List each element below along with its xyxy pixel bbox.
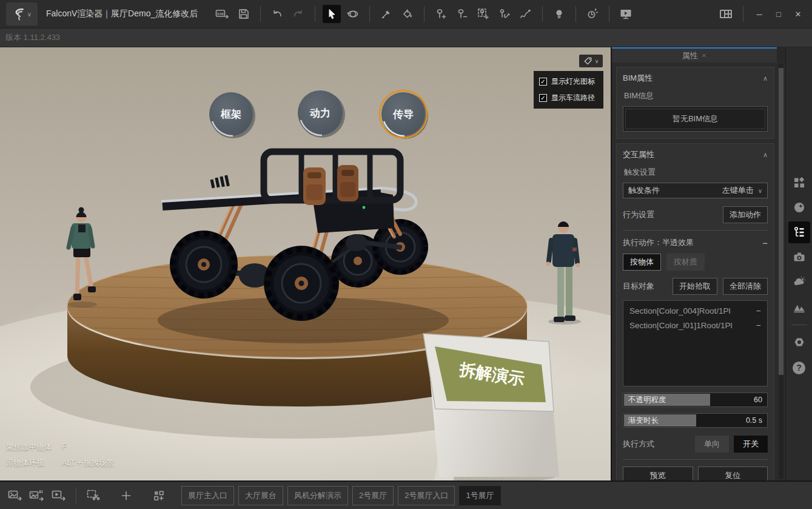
trigger-condition-select[interactable]: 触发条件 左键单击 ∨ bbox=[623, 183, 768, 198]
section-interaction-header[interactable]: 交互属性 ∧ bbox=[623, 149, 768, 160]
checkbox-label: 显示灯光图标 bbox=[551, 76, 595, 87]
hint-action: 聚焦选中物体 bbox=[6, 442, 62, 453]
target-list-item[interactable]: Section[Color_l01]1Root/1Pl − bbox=[629, 321, 761, 330]
panel-scrollbar[interactable] bbox=[779, 64, 783, 479]
time-of-day-tool[interactable] bbox=[583, 5, 602, 23]
opacity-slider[interactable]: 不透明程度 60 bbox=[623, 393, 768, 407]
add-view-icon[interactable] bbox=[117, 487, 135, 505]
export-exe-button[interactable]: EXE bbox=[213, 5, 232, 23]
scene-tab-hall-stage[interactable]: 大厅展台 bbox=[238, 486, 283, 505]
bim-empty-text: 暂无BIM信息 bbox=[625, 109, 765, 129]
chevron-down-icon: ∨ bbox=[27, 11, 32, 18]
hotspot-disc-transmission-selected[interactable]: 传导 bbox=[380, 90, 428, 139]
section-interaction: 交互属性 ∧ 触发设置 触发条件 左键单击 ∨ 行为设置 添加动作 bbox=[616, 143, 774, 480]
remove-object-tool[interactable] bbox=[453, 5, 471, 23]
clear-all-button[interactable]: 全部清除 bbox=[723, 278, 768, 295]
by-material-button[interactable]: 按材质 bbox=[666, 254, 705, 271]
checkbox-label: 显示车流路径 bbox=[551, 93, 595, 103]
material-ball-icon[interactable] bbox=[788, 197, 810, 218]
reset-button[interactable]: 复位 bbox=[698, 467, 768, 480]
divider bbox=[623, 459, 768, 460]
target-list[interactable]: Section[Color_004]Root/1Pl − Section[Col… bbox=[623, 300, 768, 386]
toolbar-separator bbox=[315, 6, 315, 22]
section-bim-header[interactable]: BIM属性 ∧ bbox=[623, 73, 768, 84]
scene-tab-hall-1[interactable]: 1号展厅 bbox=[459, 486, 500, 505]
fade-duration-label: 渐变时长 bbox=[628, 414, 659, 427]
object-brush-tool[interactable] bbox=[495, 5, 514, 23]
camera-icon[interactable] bbox=[788, 246, 810, 268]
target-list-item[interactable]: Section[Color_004]Root/1Pl − bbox=[629, 306, 761, 315]
vehicle-seat bbox=[303, 167, 326, 205]
layout-panels-icon[interactable] bbox=[717, 5, 735, 23]
select-objects-add-tool[interactable] bbox=[474, 5, 492, 23]
environment-weather-icon[interactable] bbox=[788, 271, 810, 293]
viewport-3d-scene[interactable]: 框架 动力 传导 bbox=[0, 47, 611, 480]
bim-info-label: BIM信息 bbox=[624, 90, 768, 101]
display-options-dropdown-button[interactable]: ∨ bbox=[579, 55, 603, 67]
fade-duration-value: 0.5 s bbox=[746, 414, 762, 427]
terrain-icon[interactable] bbox=[788, 296, 810, 318]
vehicle-wheel bbox=[264, 246, 339, 321]
remove-target-icon[interactable]: − bbox=[756, 306, 761, 315]
checkbox-show-light-icons[interactable]: ✓ 显示灯光图标 bbox=[539, 76, 598, 87]
start-pick-button[interactable]: 开始拾取 bbox=[673, 278, 717, 295]
save-icon[interactable] bbox=[235, 5, 253, 23]
undo-button[interactable] bbox=[268, 5, 286, 23]
opacity-value: 60 bbox=[754, 393, 762, 406]
checkbox-checked-icon[interactable]: ✓ bbox=[539, 78, 547, 86]
tab-properties[interactable]: 属性 ✕ bbox=[612, 47, 777, 62]
collapse-icon[interactable]: ∧ bbox=[763, 151, 768, 159]
structure-tree-icon[interactable] bbox=[788, 221, 810, 243]
checkbox-show-traffic-paths[interactable]: ✓ 显示车流路径 bbox=[539, 93, 598, 103]
scene-tab-main-entrance[interactable]: 展厅主入口 bbox=[181, 486, 234, 505]
fade-duration-slider[interactable]: 渐变时长 0.5 s bbox=[623, 413, 768, 428]
checkbox-checked-icon[interactable]: ✓ bbox=[539, 94, 547, 102]
add-action-button[interactable]: 添加动作 bbox=[723, 206, 768, 223]
tab-close-icon[interactable]: ✕ bbox=[702, 52, 706, 59]
minimize-button[interactable]: ─ bbox=[751, 6, 767, 22]
by-object-button[interactable]: 按物体 bbox=[623, 254, 661, 271]
vehicle-seat bbox=[337, 165, 358, 201]
export-image-icon[interactable] bbox=[6, 487, 24, 505]
select-tool[interactable] bbox=[323, 5, 341, 23]
scene-tab-hall-2-entrance[interactable]: 2号展厅入口 bbox=[398, 486, 455, 505]
components-icon[interactable] bbox=[788, 172, 810, 194]
app-menu-button[interactable]: ∨ bbox=[6, 2, 38, 25]
export-ai-image-icon[interactable]: AI bbox=[28, 487, 46, 505]
svg-text:传导: 传导 bbox=[392, 109, 414, 120]
layout-add-icon[interactable] bbox=[150, 487, 168, 505]
remove-target-icon[interactable]: − bbox=[756, 321, 761, 330]
path-tool[interactable] bbox=[517, 5, 535, 23]
eyedropper-tool[interactable] bbox=[377, 5, 395, 23]
panel-scrollbar-thumb[interactable] bbox=[779, 68, 783, 375]
demo-kiosk[interactable]: 拆解演示 bbox=[423, 334, 559, 480]
title-bar: ∨ FalconV渲染器｜展厅Demo_流化修改后 EXE bbox=[0, 0, 812, 29]
properties-panel: 属性 ✕ BIM属性 ∧ BIM信息 暂无BIM信息 交互属性 ∧ bbox=[611, 47, 785, 480]
scene-tab-hall-2[interactable]: 2号展厅 bbox=[352, 486, 394, 505]
window-title: FalconV渲染器｜展厅Demo_流化修改后 bbox=[46, 8, 198, 19]
preview-button[interactable]: 预览 bbox=[623, 467, 693, 480]
export-video-icon[interactable] bbox=[50, 487, 68, 505]
help-icon[interactable]: ? bbox=[788, 357, 810, 379]
screenshot-crop-icon[interactable] bbox=[84, 487, 102, 505]
svg-text:框架: 框架 bbox=[220, 109, 241, 120]
one-way-button[interactable]: 单向 bbox=[695, 436, 729, 453]
toggle-button[interactable]: 开关 bbox=[734, 436, 768, 453]
collapse-icon[interactable]: ∧ bbox=[763, 75, 768, 83]
svg-text:动力: 动力 bbox=[309, 107, 331, 119]
exec-mode-label: 执行方式 bbox=[623, 439, 690, 450]
maximize-button[interactable]: □ bbox=[771, 6, 787, 22]
orbit-tool[interactable] bbox=[344, 5, 362, 23]
presentation-tool[interactable] bbox=[617, 5, 635, 23]
light-tool[interactable] bbox=[550, 5, 568, 23]
remove-action-icon[interactable]: − bbox=[762, 238, 768, 248]
close-button[interactable]: ✕ bbox=[790, 6, 806, 22]
redo-button[interactable] bbox=[289, 5, 307, 23]
falconv-logo-icon bbox=[12, 7, 25, 21]
settings-icon[interactable] bbox=[788, 332, 810, 354]
scene-tab-turbine-demo[interactable]: 风机分解演示 bbox=[287, 486, 348, 505]
viewport-3d[interactable]: 框架 动力 传导 bbox=[0, 47, 611, 480]
bottom-bar: AI 展厅主入口 大厅展台 bbox=[0, 480, 812, 509]
add-object-tool[interactable] bbox=[432, 5, 450, 23]
paint-bucket-tool[interactable] bbox=[398, 5, 417, 23]
